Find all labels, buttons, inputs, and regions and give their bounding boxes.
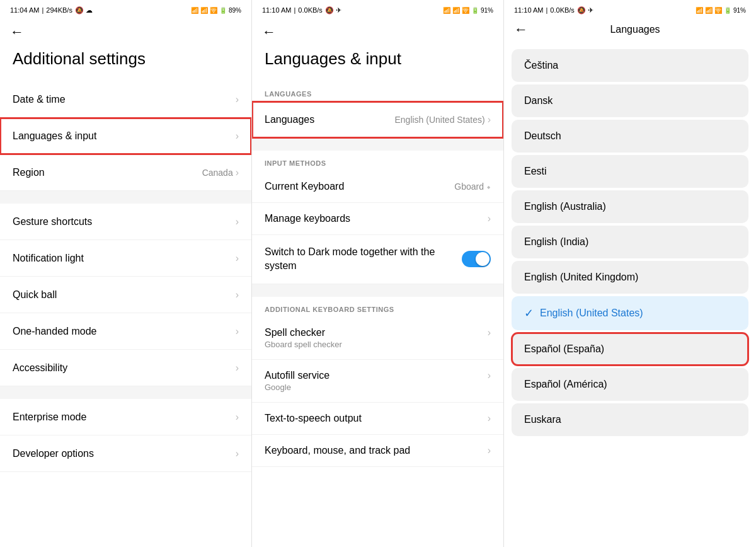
chevron-icon: › bbox=[488, 445, 491, 456]
page-title-1: Additional settings bbox=[0, 44, 251, 81]
lang-item-cestina[interactable]: Čeština bbox=[512, 49, 748, 82]
status-time-1: 11:04 AM | 294KB/s 🔕 ☁ bbox=[10, 6, 93, 14]
spacer-1 bbox=[0, 191, 251, 204]
chevron-icon: › bbox=[236, 253, 239, 264]
nav-bar-3: ← Languages bbox=[504, 18, 756, 39]
status-icons-1: 📶 📶 🛜 🔋 89% bbox=[191, 7, 241, 14]
spacer-2 bbox=[0, 386, 251, 399]
lang-item-eesti[interactable]: Eesti bbox=[512, 155, 748, 188]
chevron-icon: › bbox=[236, 326, 239, 337]
settings-item-date-time[interactable]: Date & time › bbox=[0, 81, 251, 118]
check-icon: ✓ bbox=[524, 306, 534, 320]
chevron-icon: › bbox=[236, 167, 239, 178]
section-header-additional-keyboard: ADDITIONAL KEYBOARD SETTINGS bbox=[252, 297, 503, 317]
page-title-2: Languages & input bbox=[252, 44, 503, 81]
section-header-languages: LANGUAGES bbox=[252, 81, 503, 101]
language-scroll-list: Čeština Dansk Deutsch Eesti English (Aus… bbox=[504, 44, 756, 547]
lang-item-deutsch[interactable]: Deutsch bbox=[512, 120, 748, 153]
languages-item[interactable]: Languages English (United States) › bbox=[252, 101, 503, 138]
settings-list-1: Date & time › Languages & input › Region… bbox=[0, 81, 251, 547]
chevron-icon: › bbox=[488, 213, 491, 224]
current-keyboard-item[interactable]: Current Keyboard Gboard ⬥ bbox=[252, 171, 503, 203]
settings-item-region[interactable]: Region Canada › bbox=[0, 154, 251, 191]
text-to-speech-item[interactable]: Text-to-speech output › bbox=[252, 403, 503, 435]
panel-languages-input: 11:10 AM | 0.0KB/s 🔕 ✈ 📶 📶 🛜 🔋 91% ← Lan… bbox=[252, 0, 504, 547]
lang-item-english-us[interactable]: ✓ English (United States) bbox=[512, 296, 748, 330]
settings-item-developer-options[interactable]: Developer options › bbox=[0, 435, 251, 472]
settings-item-languages-input[interactable]: Languages & input › bbox=[0, 118, 251, 154]
status-bar-1: 11:04 AM | 294KB/s 🔕 ☁ 📶 📶 🛜 🔋 89% bbox=[0, 0, 251, 18]
back-button-3[interactable]: ← bbox=[514, 21, 528, 38]
panel-additional-settings: 11:04 AM | 294KB/s 🔕 ☁ 📶 📶 🛜 🔋 89% ← Add… bbox=[0, 0, 252, 547]
lang-item-english-au[interactable]: English (Australia) bbox=[512, 190, 748, 223]
lang-item-euskara[interactable]: Euskara bbox=[512, 403, 748, 436]
autofill-service-item[interactable]: Autofill service › Google bbox=[252, 360, 503, 403]
lang-item-espanol-am[interactable]: Español (América) bbox=[512, 368, 748, 401]
manage-keyboards-item[interactable]: Manage keyboards › bbox=[252, 203, 503, 235]
toggle-knob bbox=[476, 252, 490, 266]
chevron-icon: › bbox=[488, 114, 491, 125]
chevron-icon: › bbox=[488, 327, 491, 338]
chevron-icon: › bbox=[236, 130, 239, 142]
spell-checker-item[interactable]: Spell checker › Gboard spell checker bbox=[252, 317, 503, 360]
status-bar-3: 11:10 AM | 0.0KB/s 🔕 ✈ 📶 📶 🛜 🔋 91% bbox=[504, 0, 756, 18]
chevron-icon: › bbox=[236, 289, 239, 301]
section-header-input-methods: INPUT METHODS bbox=[252, 151, 503, 171]
chevron-icon: › bbox=[236, 362, 239, 374]
chevron-icon: › bbox=[236, 448, 239, 459]
nav-bar-1: ← bbox=[0, 18, 251, 44]
dark-mode-toggle[interactable] bbox=[462, 251, 491, 267]
page-title-3: Languages bbox=[610, 24, 660, 35]
keyboard-mouse-item[interactable]: Keyboard, mouse, and track pad › bbox=[252, 435, 503, 467]
dark-mode-switch-item[interactable]: Switch to Dark mode together with the sy… bbox=[252, 235, 503, 284]
lang-item-english-uk[interactable]: English (United Kingdom) bbox=[512, 261, 748, 294]
panel-languages-list: 11:10 AM | 0.0KB/s 🔕 ✈ 📶 📶 🛜 🔋 91% ← Lan… bbox=[504, 0, 756, 547]
spacer-3 bbox=[252, 138, 503, 151]
chevron-icon: › bbox=[236, 216, 239, 227]
status-bar-2: 11:10 AM | 0.0KB/s 🔕 ✈ 📶 📶 🛜 🔋 91% bbox=[252, 0, 503, 18]
languages-input-list: LANGUAGES Languages English (United Stat… bbox=[252, 81, 503, 547]
back-button-2[interactable]: ← bbox=[262, 24, 276, 40]
settings-item-gesture-shortcuts[interactable]: Gesture shortcuts › bbox=[0, 204, 251, 240]
spacer-4 bbox=[252, 284, 503, 297]
lang-item-dansk[interactable]: Dansk bbox=[512, 84, 748, 117]
back-button-1[interactable]: ← bbox=[10, 24, 24, 40]
settings-item-one-handed-mode[interactable]: One-handed mode › bbox=[0, 313, 251, 350]
chevron-icon: › bbox=[488, 370, 491, 381]
chevron-icon: › bbox=[488, 413, 491, 424]
settings-item-enterprise-mode[interactable]: Enterprise mode › bbox=[0, 399, 251, 435]
settings-item-notification-light[interactable]: Notification light › bbox=[0, 240, 251, 277]
nav-bar-2: ← bbox=[252, 18, 503, 44]
chevron-icon: › bbox=[236, 412, 239, 423]
settings-item-quick-ball[interactable]: Quick ball › bbox=[0, 277, 251, 313]
lang-item-espanol-es[interactable]: Español (España) bbox=[512, 333, 748, 366]
settings-item-accessibility[interactable]: Accessibility › bbox=[0, 350, 251, 386]
chevron-icon: › bbox=[236, 94, 239, 105]
lang-item-english-in[interactable]: English (India) bbox=[512, 226, 748, 258]
